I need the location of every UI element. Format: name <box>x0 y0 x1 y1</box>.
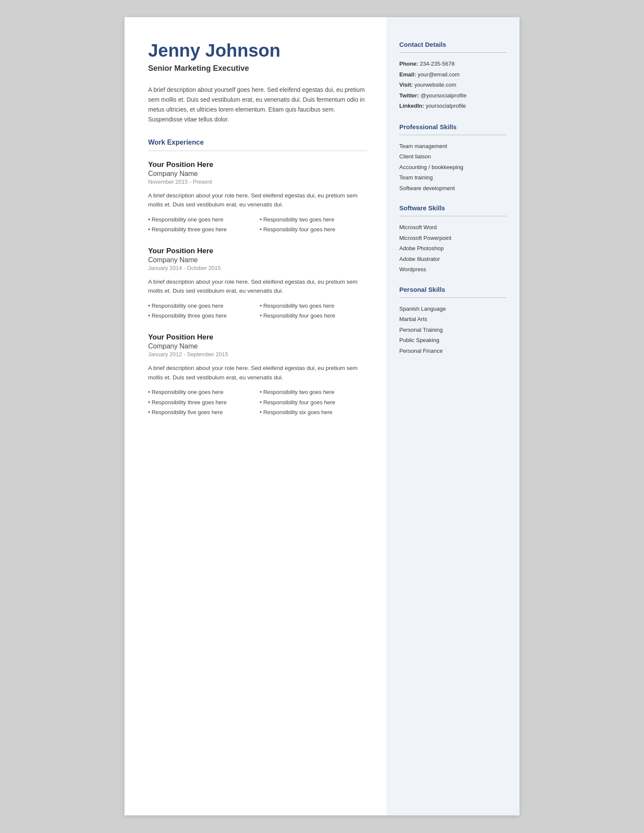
summary-text: A brief description about yourself goes … <box>148 85 367 124</box>
job-1-resp-2: Responsibility two goes here <box>260 215 367 224</box>
job-1-position: Your Position Here <box>148 161 367 169</box>
job-1-responsibilities: Responsibility one goes here Responsibil… <box>148 215 367 234</box>
contact-email-label: Email: <box>399 71 418 78</box>
job-block-3: Your Position Here Company Name January … <box>148 333 367 417</box>
software-skills-heading: Software Skills <box>399 204 507 212</box>
job-2-resp-1: Responsibility one goes here <box>148 302 255 310</box>
contact-linkedin-label: LinkedIn: <box>399 103 425 109</box>
personal-skills-divider <box>399 297 507 298</box>
pers-skill-4: Public Speaking <box>399 336 507 345</box>
personal-skills-heading: Personal Skills <box>399 286 507 293</box>
contact-twitter-label: Twitter: <box>399 92 421 99</box>
job-3-resp-1: Responsibility one goes here <box>148 388 255 397</box>
job-2-responsibilities: Responsibility one goes here Responsibil… <box>148 302 367 320</box>
soft-skill-5: Wordpress <box>399 265 507 274</box>
contact-heading: Contact Details <box>399 41 507 48</box>
contact-linkedin: LinkedIn: yoursocialprofile <box>399 102 507 110</box>
job-1-description: A brief description about your role here… <box>148 191 367 209</box>
contact-twitter-value: @yoursocialprofile <box>421 92 467 99</box>
job-3-resp-3: Responsibility three goes here <box>148 398 255 407</box>
contact-website-label: Visit: <box>399 82 414 88</box>
job-1-company: Company Name <box>148 170 367 178</box>
professional-skills-section: Professional Skills Team management Clie… <box>399 123 507 193</box>
job-2-resp-2: Responsibility two goes here <box>260 302 367 310</box>
pers-skill-2: Martial Arts <box>399 315 507 324</box>
candidate-title: Senior Marketing Executive <box>148 64 367 73</box>
resume-page: Jenny Johnson Senior Marketing Executive… <box>125 17 519 815</box>
job-2-company: Company Name <box>148 256 367 264</box>
job-2-resp-4: Responsibility four goes here <box>260 312 367 320</box>
pers-skill-5: Personal Finance <box>399 347 507 355</box>
pers-skill-3: Personal Training <box>399 326 507 334</box>
contact-website: Visit: yourwebsite.com <box>399 81 507 89</box>
job-block-2: Your Position Here Company Name January … <box>148 247 367 320</box>
contact-website-value: yourwebsite.com <box>414 82 456 88</box>
personal-skills-section: Personal Skills Spanish Language Martial… <box>399 286 507 355</box>
job-2-description: A brief description about your role here… <box>148 277 367 296</box>
prof-skill-4: Team training <box>399 173 507 182</box>
professional-skills-heading: Professional Skills <box>399 123 507 130</box>
job-2-position: Your Position Here <box>148 247 367 255</box>
contact-section: Contact Details Phone: 234-235-5678 Emai… <box>399 41 507 110</box>
job-block-1: Your Position Here Company Name November… <box>148 161 367 234</box>
job-3-resp-6: Responsibility six goes here <box>260 408 367 417</box>
prof-skill-2: Client liaison <box>399 152 507 161</box>
job-3-responsibilities: Responsibility one goes here Responsibil… <box>148 388 367 417</box>
job-2-dates: January 2014 - October 2015 <box>148 265 367 271</box>
right-column: Contact Details Phone: 234-235-5678 Emai… <box>386 17 519 815</box>
prof-skill-1: Team management <box>399 142 507 151</box>
soft-skill-1: Microsoft Word <box>399 223 507 232</box>
contact-phone-value: 234-235-5678 <box>420 61 455 67</box>
professional-skills-divider <box>399 135 507 135</box>
job-3-resp-2: Responsibility two goes here <box>260 388 367 397</box>
candidate-name: Jenny Johnson <box>148 41 367 61</box>
contact-twitter: Twitter: @yoursocialprofile <box>399 91 507 100</box>
contact-email: Email: your@email.com <box>399 70 507 79</box>
job-3-description: A brief description about your role here… <box>148 363 367 382</box>
soft-skill-4: Adobe Illustrator <box>399 255 507 264</box>
job-1-resp-1: Responsibility one goes here <box>148 215 255 224</box>
work-experience-heading: Work Experience <box>148 139 367 146</box>
pers-skill-1: Spanish Language <box>399 305 507 313</box>
job-3-position: Your Position Here <box>148 333 367 342</box>
job-1-resp-3: Responsibility three goes here <box>148 225 255 234</box>
prof-skill-3: Accounting / bookkeeping <box>399 163 507 172</box>
job-3-dates: January 2012 - September 2015 <box>148 351 367 357</box>
contact-email-value: your@email.com <box>418 71 460 78</box>
soft-skill-2: Microsoft Powerpoint <box>399 234 507 242</box>
job-3-resp-5: Responsibility five goes here <box>148 408 255 417</box>
contact-linkedin-value: yoursocialprofile <box>425 103 466 109</box>
left-column: Jenny Johnson Senior Marketing Executive… <box>125 17 386 815</box>
contact-phone-label: Phone: <box>399 61 420 67</box>
job-1-resp-4: Responsibility four goes here <box>260 225 367 234</box>
software-skills-divider <box>399 216 507 216</box>
contact-divider <box>399 52 507 53</box>
work-experience-divider <box>148 151 367 151</box>
job-3-company: Company Name <box>148 342 367 350</box>
soft-skill-3: Adobe Photoshop <box>399 244 507 253</box>
job-1-dates: November 2015 - Present <box>148 179 367 185</box>
job-2-resp-3: Responsibility three goes here <box>148 312 255 320</box>
job-3-resp-4: Responsibility four goes here <box>260 398 367 407</box>
software-skills-section: Software Skills Microsoft Word Microsoft… <box>399 204 507 274</box>
contact-phone: Phone: 234-235-5678 <box>399 60 507 68</box>
prof-skill-5: Software development <box>399 184 507 193</box>
